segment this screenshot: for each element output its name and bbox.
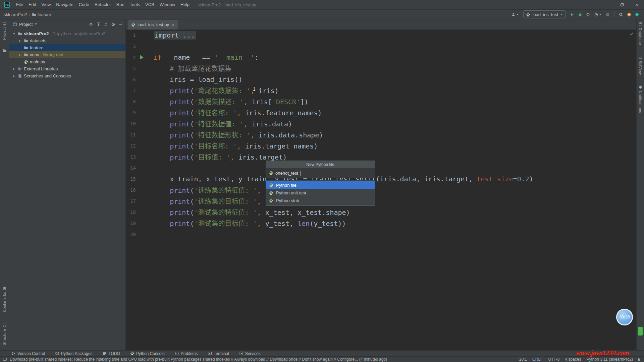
teal-logo-button[interactable]: [634, 12, 640, 17]
line-number: 8: [126, 99, 136, 104]
tool-stripe-structure-button[interactable]: Structure: [0, 323, 9, 345]
status-link-separator: //: [230, 357, 234, 362]
file-kind-label: Python file: [276, 183, 297, 188]
status-link-always-download[interactable]: Always download: [234, 357, 265, 362]
tab-load-iris-test[interactable]: load_iris_test.py ×: [128, 20, 178, 29]
tool-window-button-problems[interactable]: Problems: [175, 351, 198, 356]
menu-window[interactable]: Window: [157, 0, 178, 9]
tool-window-button-python-console[interactable]: Python Console: [130, 351, 165, 356]
tree-item-feature[interactable]: feature: [9, 44, 125, 51]
bell-icon: [638, 85, 643, 89]
breadcrumb-item-sklearnPro2[interactable]: sklearnPro2: [3, 12, 28, 17]
status-link-don-t-show-again[interactable]: Don't show again: [302, 357, 333, 362]
menu-vcs[interactable]: VCS: [143, 0, 157, 9]
chevron-right-icon[interactable]: ▸: [18, 39, 22, 43]
tool-stripe-commit-button[interactable]: [0, 48, 9, 53]
tool-stripe-database-button[interactable]: Database: [637, 22, 644, 45]
line-number: 10: [126, 121, 136, 126]
restore-button[interactable]: [614, 0, 629, 9]
tree-item-datasets[interactable]: ▸datasets: [9, 37, 125, 44]
tab-close-icon[interactable]: ×: [172, 22, 174, 27]
code-segment: (: [190, 98, 194, 106]
tree-item-external-libraries[interactable]: ▸External Libraries: [9, 65, 125, 72]
menu-refactor[interactable]: Refactor: [92, 0, 114, 9]
settings-button[interactable]: [110, 21, 116, 27]
status-widget-4-spaces[interactable]: 4 spaces: [565, 357, 581, 362]
tree-item-scratches-and-consoles[interactable]: ▸Scratches and Consoles: [9, 72, 125, 79]
menu-view[interactable]: View: [39, 0, 53, 9]
file-kind-python-file[interactable]: Python file: [266, 181, 375, 189]
hide-button[interactable]: [117, 21, 123, 27]
tool-stripe-project-button[interactable]: Project: [0, 21, 9, 40]
tool-stripe-notifications-button[interactable]: Notifications: [637, 85, 644, 113]
code-segment: iris.target_names): [241, 142, 318, 150]
stop-button[interactable]: [605, 12, 610, 17]
tool-window-button-terminal[interactable]: Terminal: [208, 351, 229, 356]
project-icon: [13, 22, 17, 26]
minimize-button[interactable]: [600, 0, 614, 9]
chevron-right-icon[interactable]: ▸: [12, 67, 16, 71]
new-file-name-input[interactable]: onehot_test: [266, 168, 375, 178]
menu-code[interactable]: Code: [76, 0, 92, 9]
locate-button[interactable]: [88, 21, 94, 27]
code-line: 13 print('目标值: ', iris.target): [126, 151, 637, 162]
status-link-configure-[interactable]: Configure...: [337, 357, 358, 362]
status-widget-crlf[interactable]: CRLF: [532, 357, 543, 362]
breadcrumb-label: feature: [38, 12, 51, 17]
menu-tools[interactable]: Tools: [127, 0, 143, 9]
python-icon: [24, 60, 28, 64]
code-segment: (: [190, 120, 194, 128]
file-kind-python-unit-test[interactable]: Python unit test: [266, 189, 375, 197]
menu-edit[interactable]: Edit: [26, 0, 39, 9]
orange-circle-button[interactable]: [626, 12, 632, 17]
tree-item-venv[interactable]: ▸venvlibrary root: [9, 51, 125, 58]
pycharm-window: PC FileEditViewNavigateCodeRefactorRunTo…: [0, 0, 644, 362]
tool-stripe-bookmarks-button[interactable]: Bookmarks: [0, 286, 9, 312]
tool-window-button-todo[interactable]: TODO: [102, 351, 120, 356]
code-text: print('特征名称: ', iris.feature_names): [154, 108, 322, 117]
code-segment: [154, 186, 170, 194]
status-widget-utf-8[interactable]: UTF-8: [548, 357, 559, 362]
status-widget-python-3-11-sklearnpro2-[interactable]: Python 3.11 (sklearnPro2): [586, 357, 633, 362]
debug-button[interactable]: [577, 12, 583, 17]
file-kind-python-stub[interactable]: Python stub: [266, 197, 375, 204]
project-panel-title[interactable]: Project: [19, 22, 33, 27]
line-number: 9: [126, 110, 136, 115]
breadcrumb-item-feature[interactable]: feature: [31, 12, 52, 17]
tool-window-button-version-control[interactable]: Version Control: [11, 351, 45, 356]
search-everywhere-button[interactable]: [618, 12, 624, 17]
tree-item-label: main.py: [30, 59, 45, 64]
tool-stripe-sciview-button[interactable]: SciView: [637, 55, 644, 75]
profiler-button[interactable]: [593, 12, 602, 17]
menu-help[interactable]: Help: [178, 0, 192, 9]
run-line-icon[interactable]: [140, 55, 144, 60]
chevron-right-icon[interactable]: ▸: [18, 53, 22, 57]
notification-balloon-icon[interactable]: [3, 357, 7, 362]
chevron-right-icon[interactable]: ▸: [12, 74, 16, 78]
code-segment: # 加载鸢尾花数据集: [170, 65, 231, 73]
tool-window-button-python-packages[interactable]: Python Packages: [55, 351, 92, 356]
tool-window-button-services[interactable]: Services: [239, 351, 261, 356]
inspections-ok-icon[interactable]: [630, 32, 634, 36]
tree-item-sklearnpro2[interactable]: ▾sklearnPro2D:\python_proj\sklearnPro2: [9, 30, 125, 37]
chevron-down-icon[interactable]: ▾: [12, 32, 16, 36]
chevron-down-icon[interactable]: [35, 23, 37, 25]
breadcrumb-separator: ›: [28, 12, 31, 17]
text-cursor-pointer: I: [253, 86, 256, 92]
run-configuration-select[interactable]: load_iris_test: [523, 10, 566, 18]
lock-icon[interactable]: [637, 357, 641, 362]
run-button[interactable]: [569, 12, 575, 17]
code-segment: [154, 120, 170, 128]
tree-item-main-py[interactable]: main.py: [9, 58, 125, 65]
close-button[interactable]: [629, 0, 644, 9]
menu-navigate[interactable]: Navigate: [53, 0, 76, 9]
expand-all-button[interactable]: [95, 21, 101, 27]
coverage-button[interactable]: [585, 12, 591, 17]
user-menu-button[interactable]: [511, 12, 520, 17]
collapse-all-button[interactable]: [103, 21, 109, 27]
menu-run[interactable]: Run: [114, 0, 127, 9]
status-widget-20-1[interactable]: 20:1: [519, 357, 527, 362]
status-link-download-once[interactable]: Download once: [270, 357, 298, 362]
search-icon: [619, 12, 623, 17]
menu-file[interactable]: File: [13, 0, 26, 9]
